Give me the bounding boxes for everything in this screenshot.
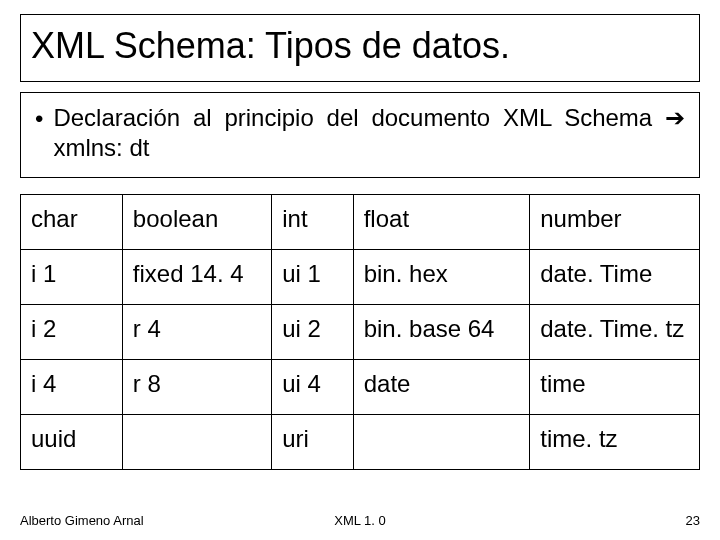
table-cell xyxy=(353,415,530,470)
bullet-container: • Declaración al principio del documento… xyxy=(20,92,700,178)
table-cell: i 4 xyxy=(21,360,123,415)
table-cell: fixed 14. 4 xyxy=(122,250,271,305)
table-cell: number xyxy=(530,195,700,250)
arrow-icon: ➔ xyxy=(665,104,685,131)
table-cell: date. Time. tz xyxy=(530,305,700,360)
slide-title: XML Schema: Tipos de datos. xyxy=(31,25,689,67)
table-cell: int xyxy=(272,195,353,250)
datatype-table: char boolean int float number i 1 fixed … xyxy=(20,194,700,470)
table-cell: uri xyxy=(272,415,353,470)
table-cell: ui 2 xyxy=(272,305,353,360)
table-cell: char xyxy=(21,195,123,250)
table-cell xyxy=(122,415,271,470)
table-row: i 2 r 4 ui 2 bin. base 64 date. Time. tz xyxy=(21,305,700,360)
table-cell: boolean xyxy=(122,195,271,250)
footer-center: XML 1. 0 xyxy=(334,513,386,528)
table-cell: r 4 xyxy=(122,305,271,360)
table-cell: ui 4 xyxy=(272,360,353,415)
table-row: char boolean int float number xyxy=(21,195,700,250)
table-row: i 4 r 8 ui 4 date time xyxy=(21,360,700,415)
bullet-item: • Declaración al principio del documento… xyxy=(35,103,685,163)
bullet-suffix: xmlns: dt xyxy=(53,134,149,161)
table-row: uuid uri time. tz xyxy=(21,415,700,470)
table-cell: date xyxy=(353,360,530,415)
table-cell: r 8 xyxy=(122,360,271,415)
table-cell: uuid xyxy=(21,415,123,470)
table-cell: i 2 xyxy=(21,305,123,360)
table-cell: date. Time xyxy=(530,250,700,305)
table-cell: float xyxy=(353,195,530,250)
table-cell: bin. base 64 xyxy=(353,305,530,360)
bullet-marker: • xyxy=(35,103,43,133)
table-row: i 1 fixed 14. 4 ui 1 bin. hex date. Time xyxy=(21,250,700,305)
table-cell: time. tz xyxy=(530,415,700,470)
footer: Alberto Gimeno Arnal XML 1. 0 23 xyxy=(20,513,700,528)
table-cell: i 1 xyxy=(21,250,123,305)
bullet-prefix: Declaración al principio del documento X… xyxy=(53,104,665,131)
footer-author: Alberto Gimeno Arnal xyxy=(20,513,144,528)
table-cell: time xyxy=(530,360,700,415)
footer-page-number: 23 xyxy=(686,513,700,528)
title-container: XML Schema: Tipos de datos. xyxy=(20,14,700,82)
table-cell: bin. hex xyxy=(353,250,530,305)
table-cell: ui 1 xyxy=(272,250,353,305)
bullet-text: Declaración al principio del documento X… xyxy=(53,103,685,163)
